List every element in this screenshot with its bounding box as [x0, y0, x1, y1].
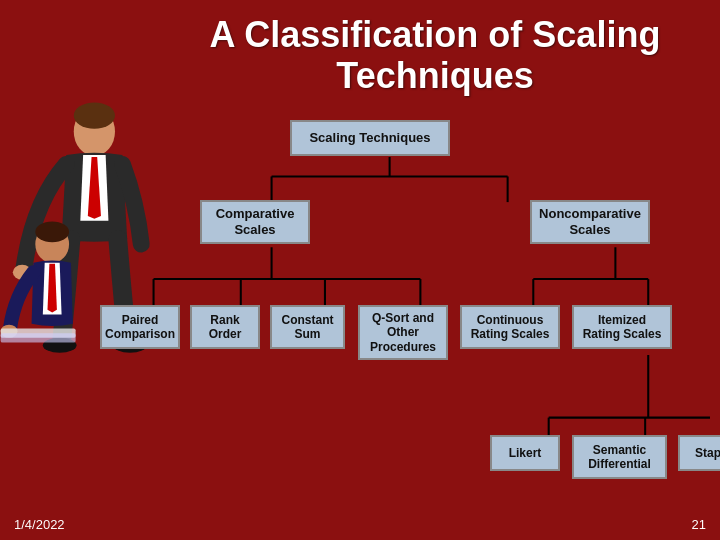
box-noncomparative: Noncomparative Scales [530, 200, 650, 244]
page-number: 21 [692, 517, 706, 532]
box-likert: Likert [490, 435, 560, 471]
date-label: 1/4/2022 [14, 517, 65, 532]
diagram: Scaling Techniques Comparative Scales No… [100, 120, 710, 510]
box-paired: Paired Comparison [100, 305, 180, 349]
box-comparative: Comparative Scales [200, 200, 310, 244]
svg-point-6 [35, 222, 69, 243]
box-continuous: Continuous Rating Scales [460, 305, 560, 349]
box-stapel: Stapel [678, 435, 720, 471]
slide: A Classification of Scaling Techniques [0, 0, 720, 540]
main-title-line2: Techniques [150, 55, 720, 96]
box-rank-order: Rank Order [190, 305, 260, 349]
box-semantic-differential: Semantic Differential [572, 435, 667, 479]
main-title-line1: A Classification of Scaling [150, 14, 720, 55]
box-itemized: Itemized Rating Scales [572, 305, 672, 349]
box-qsort: Q-Sort and Other Procedures [358, 305, 448, 360]
box-constant-sum: Constant Sum [270, 305, 345, 349]
box-scaling-techniques: Scaling Techniques [290, 120, 450, 156]
svg-rect-9 [1, 333, 76, 342]
